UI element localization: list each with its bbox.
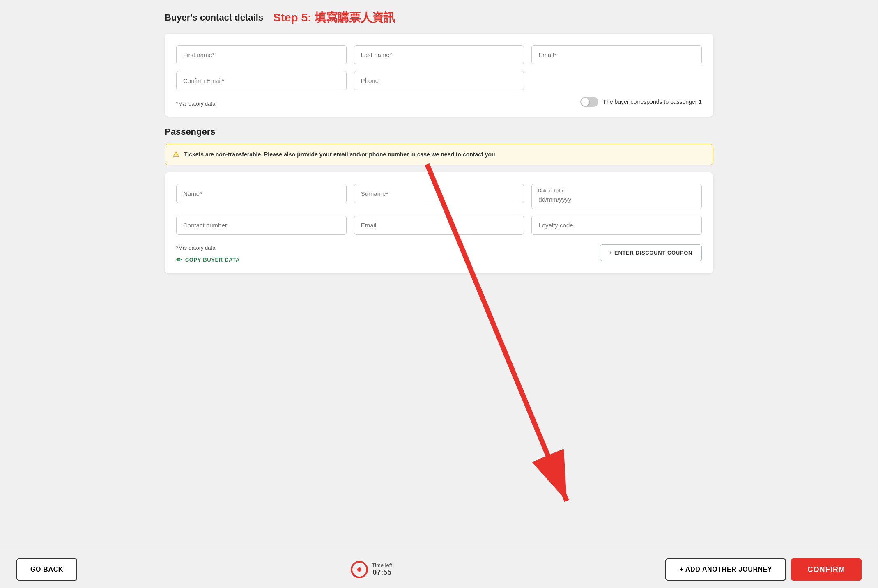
email-input[interactable] (531, 45, 702, 64)
passenger-footer: *Mandatory data ✏ COPY BUYER DATA + ENTE… (176, 241, 702, 264)
contact-number-group (176, 216, 347, 235)
last-name-group (354, 45, 524, 64)
buyer-row-1 (176, 45, 702, 64)
buyer-footer: *Mandatory data The buyer corresponds to… (176, 97, 702, 107)
timer-circle (351, 561, 368, 578)
go-back-button[interactable]: GO BACK (16, 558, 77, 581)
loyalty-code-group (531, 216, 702, 235)
buyer-card: *Mandatory data The buyer corresponds to… (165, 34, 713, 117)
bottom-bar: GO BACK Time left 07:55 + ADD ANOTHER JO… (0, 551, 878, 588)
right-buttons: + ADD ANOTHER JOURNEY CONFIRM (665, 558, 862, 581)
dob-wrapper: Date of birth (531, 184, 702, 209)
page-header: Buyer's contact details Step 5: 填寫購票人資訊 (165, 10, 713, 25)
first-name-input[interactable] (176, 45, 347, 64)
pax-name-input[interactable] (176, 184, 347, 203)
toggle-label: The buyer corresponds to passenger 1 (603, 99, 702, 105)
discount-coupon-button[interactable]: + ENTER DISCOUNT COUPON (600, 244, 702, 261)
buyer-row-2 (176, 71, 702, 90)
buyer-mandatory-note: *Mandatory data (176, 101, 215, 107)
copy-buyer-button[interactable]: ✏ COPY BUYER DATA (176, 256, 240, 264)
pax-name-group (176, 184, 347, 209)
confirm-email-input[interactable] (176, 71, 347, 90)
phone-group (354, 71, 524, 90)
copy-icon: ✏ (176, 256, 182, 264)
passengers-heading: Passengers (165, 126, 713, 137)
email-group (531, 45, 702, 64)
discount-btn-label: + ENTER DISCOUNT COUPON (609, 250, 692, 256)
pax-email-input[interactable] (354, 216, 524, 235)
warning-icon: ⚠ (172, 150, 179, 159)
add-journey-label: + ADD ANOTHER JOURNEY (679, 566, 772, 573)
pax-surname-input[interactable] (354, 184, 524, 203)
confirm-email-group (176, 71, 347, 90)
pax-email-group (354, 216, 524, 235)
loyalty-code-input[interactable] (531, 216, 702, 235)
last-name-input[interactable] (354, 45, 524, 64)
passenger-row-1: Date of birth (176, 184, 702, 209)
pax-dob-group: Date of birth (531, 184, 702, 209)
warning-banner: ⚠ Tickets are non-transferable. Please a… (165, 144, 713, 165)
timer-wrapper: Time left 07:55 (351, 561, 392, 578)
first-name-group (176, 45, 347, 64)
go-back-label: GO BACK (30, 566, 63, 573)
step-label: Step 5: 填寫購票人資訊 (273, 10, 395, 25)
phone-input[interactable] (354, 71, 524, 90)
warning-text: Tickets are non-transferable. Please als… (184, 151, 495, 158)
dob-label: Date of birth (538, 188, 563, 193)
time-left-label: Time left (372, 562, 392, 568)
passenger-card: Date of birth *Mandatory data ✏ COPY BUY (165, 172, 713, 273)
toggle-area: The buyer corresponds to passenger 1 (580, 97, 702, 107)
contact-number-input[interactable] (176, 216, 347, 235)
copy-buyer-label: COPY BUYER DATA (185, 257, 240, 263)
page-title: Buyer's contact details (165, 12, 263, 23)
passenger-row-2 (176, 216, 702, 235)
timer-value: 07:55 (372, 568, 391, 577)
confirm-button[interactable]: CONFIRM (791, 558, 862, 581)
confirm-label: CONFIRM (807, 565, 845, 574)
add-journey-button[interactable]: + ADD ANOTHER JOURNEY (665, 558, 786, 581)
pax-mandatory-note: *Mandatory data (176, 245, 240, 251)
pax-surname-group (354, 184, 524, 209)
passenger-toggle[interactable] (580, 97, 598, 107)
